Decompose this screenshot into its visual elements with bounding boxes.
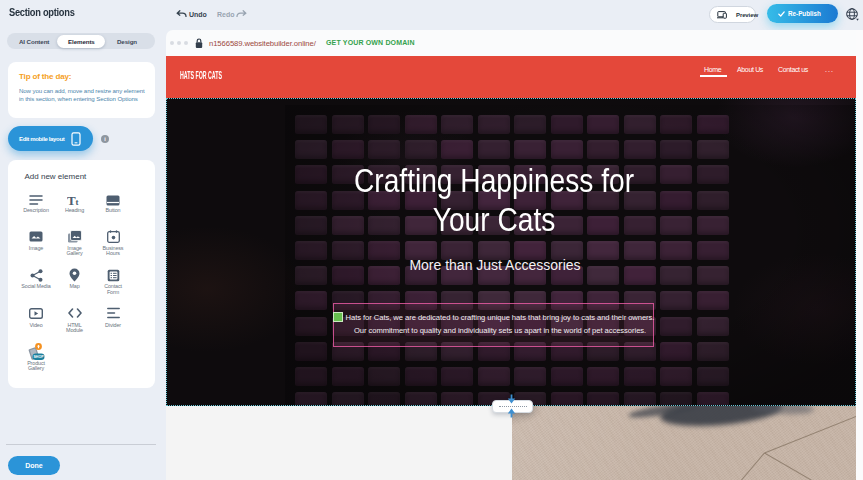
svg-text:t: t — [76, 197, 79, 206]
svg-text:SHOP: SHOP — [33, 355, 44, 359]
